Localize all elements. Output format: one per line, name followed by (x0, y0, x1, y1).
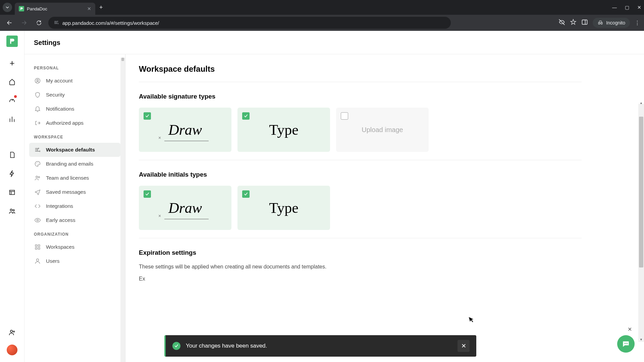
svg-rect-16 (35, 248, 37, 249)
svg-point-21 (627, 343, 628, 344)
incognito-icon (597, 20, 603, 26)
signature-option-draw[interactable]: Draw × (139, 108, 231, 152)
arrow-right-icon (21, 20, 27, 26)
svg-rect-15 (38, 245, 40, 246)
settings-sidebar: PERSONAL My account Security Notificatio… (24, 31, 125, 362)
toast-close-button[interactable]: ✕ (458, 340, 470, 352)
svg-point-19 (624, 343, 625, 344)
rail-invite[interactable] (6, 326, 18, 339)
shield-icon (34, 91, 41, 99)
checkbox-checked-icon[interactable] (242, 190, 250, 198)
tab-search-dropdown[interactable] (3, 3, 12, 12)
incognito-badge[interactable]: Incognito (593, 18, 630, 28)
sidebar-item-early-access[interactable]: Early access (29, 213, 120, 227)
user-avatar[interactable] (7, 345, 17, 355)
tab-title: PandaDoc (27, 6, 85, 11)
incognito-label: Incognito (606, 20, 625, 25)
svg-point-7 (37, 79, 39, 81)
sidebar-item-label: Saved messages (46, 189, 86, 195)
sidebar-item-label: Integrations (46, 203, 73, 209)
checkbox-checked-icon[interactable] (144, 112, 151, 120)
close-window-icon[interactable]: ✕ (637, 5, 641, 10)
type-initials-preview: Type (269, 199, 298, 217)
scroll-down-arrow-icon[interactable]: ▼ (638, 338, 644, 341)
create-new-button[interactable]: + (6, 57, 18, 69)
maximize-icon[interactable]: ▢ (625, 5, 629, 10)
pandadoc-favicon (19, 6, 24, 11)
signature-option-upload[interactable]: Upload image (336, 108, 429, 152)
chevron-down-icon (6, 6, 9, 8)
checkbox-checked-icon[interactable] (242, 112, 250, 120)
document-icon (8, 151, 16, 159)
chat-dismiss-icon[interactable]: ✕ (628, 326, 632, 333)
forward-button[interactable] (19, 17, 30, 28)
sidebar-item-team[interactable]: Team and licenses (29, 171, 120, 185)
initials-option-type[interactable]: Type (237, 186, 330, 230)
sidebar-item-branding[interactable]: Branding and emails (29, 157, 120, 171)
app-rail: + (0, 31, 24, 362)
content-scrollbar[interactable]: ▲ ▼ (638, 101, 644, 342)
checkbox-unchecked-icon[interactable] (341, 112, 348, 120)
browser-tab[interactable]: PandaDoc ✕ (15, 3, 95, 15)
signature-option-type[interactable]: Type (237, 108, 330, 152)
rail-contacts[interactable] (6, 205, 18, 217)
rail-catalog[interactable] (6, 186, 18, 198)
reload-icon (36, 20, 42, 26)
svg-point-9 (37, 162, 38, 163)
sidebar-scrollbar[interactable] (120, 58, 125, 362)
person-add-icon (8, 329, 16, 336)
side-panel-icon[interactable] (581, 19, 588, 27)
sidebar-item-label: Notifications (46, 106, 74, 112)
upload-signature-label: Upload image (362, 126, 403, 134)
initials-option-draw[interactable]: Draw × (139, 186, 231, 230)
checkbox-checked-icon[interactable] (144, 190, 151, 198)
sidebar-item-workspace-defaults[interactable]: Workspace defaults (29, 143, 120, 157)
library-icon (8, 189, 16, 196)
new-tab-button[interactable]: + (99, 4, 103, 11)
rail-automations[interactable] (6, 168, 18, 180)
sidebar-item-label: Security (46, 92, 65, 98)
people-icon (8, 207, 16, 215)
svg-point-5 (10, 330, 12, 332)
browser-tab-strip: PandaDoc ✕ + ― ▢ ✕ (0, 0, 644, 15)
svg-point-8 (36, 163, 37, 164)
type-signature-preview: Type (269, 121, 298, 138)
rail-activity[interactable] (6, 95, 18, 107)
svg-point-18 (37, 259, 39, 261)
tab-close-icon[interactable]: ✕ (87, 6, 91, 11)
rail-home[interactable] (6, 76, 18, 88)
chat-fab[interactable] (617, 335, 635, 353)
sidebar-item-workspaces[interactable]: Workspaces (29, 240, 120, 254)
success-check-icon (172, 342, 180, 350)
rail-documents[interactable] (6, 149, 18, 161)
scrollbar-thumb[interactable] (639, 117, 643, 267)
site-settings-icon[interactable] (54, 20, 59, 26)
page-header: Settings (24, 31, 644, 54)
browser-menu-icon[interactable]: ⋮ (635, 20, 640, 26)
incognito-eye-icon[interactable] (558, 19, 565, 27)
sidebar-item-label: My account (46, 78, 72, 84)
minimize-icon[interactable]: ― (612, 5, 617, 10)
sidebar-item-notifications[interactable]: Notifications (29, 102, 120, 116)
reload-button[interactable] (34, 17, 44, 28)
eye-icon (34, 217, 41, 224)
sidebar-item-authorized-apps[interactable]: Authorized apps (29, 116, 120, 130)
gauge-icon (8, 97, 16, 104)
sidebar-item-security[interactable]: Security (29, 88, 120, 102)
back-button[interactable] (4, 17, 15, 28)
address-bar[interactable]: app.pandadoc.com/a/#/settings/workspace/ (48, 17, 451, 29)
sidebar-item-my-account[interactable]: My account (29, 74, 120, 88)
user-icon (34, 257, 41, 265)
team-icon (34, 174, 41, 182)
scroll-up-arrow-icon[interactable]: ▲ (638, 101, 644, 105)
svg-point-4 (13, 209, 14, 211)
expiration-heading: Expiration settings (139, 249, 582, 256)
rail-reports[interactable] (6, 113, 18, 125)
pandadoc-logo[interactable] (6, 36, 18, 47)
sidebar-item-users[interactable]: Users (29, 254, 120, 268)
sidebar-item-integrations[interactable]: Integrations (29, 199, 120, 213)
bookmark-star-icon[interactable] (570, 19, 577, 27)
toast-message: Your changes have been saved. (186, 343, 267, 349)
window-controls: ― ▢ ✕ (612, 5, 641, 10)
sidebar-item-saved-messages[interactable]: Saved messages (29, 185, 120, 199)
